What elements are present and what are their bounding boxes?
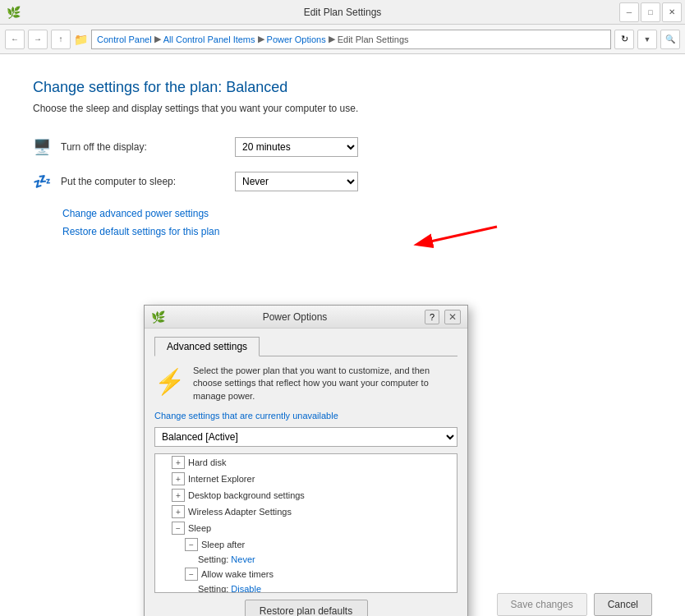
- path-all-items[interactable]: All Control Panel Items: [163, 34, 255, 44]
- address-path: Control Panel ▶ All Control Panel Items …: [91, 30, 611, 49]
- address-bar: ← → ↑ 📁 Control Panel ▶ All Control Pane…: [0, 25, 685, 54]
- more-button[interactable]: ▼: [637, 30, 657, 49]
- path-current: Edit Plan Settings: [338, 34, 409, 44]
- main-content: Change settings for the plan: Balanced C…: [0, 54, 685, 616]
- page-title: Change settings for the plan: Balanced: [33, 79, 652, 96]
- expand-ie[interactable]: +: [172, 472, 185, 485]
- sleep-select[interactable]: Never 1 minute 30 minutes: [235, 172, 358, 191]
- sep1: ▶: [154, 34, 161, 44]
- dialog-desc-icon: ⚡: [154, 365, 185, 399]
- path-control-panel[interactable]: Control Panel: [97, 34, 152, 44]
- forward-button[interactable]: →: [28, 30, 48, 49]
- save-changes-button[interactable]: Save changes: [497, 593, 587, 616]
- dialog-change-link[interactable]: Change settings that are currently unava…: [154, 411, 457, 421]
- path-power-options[interactable]: Power Options: [267, 34, 326, 44]
- maximize-button[interactable]: □: [641, 2, 660, 22]
- minimize-button[interactable]: ─: [619, 2, 639, 22]
- tree-label-wireless: Wireless Adapter Settings: [188, 507, 292, 517]
- tree-label-wake-timers: Allow wake timers: [201, 569, 274, 579]
- tree-item-harddisk[interactable]: + Hard disk: [155, 454, 457, 471]
- expand-wireless[interactable]: +: [172, 505, 185, 518]
- tree-label-desktop: Desktop background settings: [188, 490, 305, 500]
- page-subtitle: Choose the sleep and display settings th…: [33, 103, 652, 114]
- search-button[interactable]: 🔍: [660, 30, 680, 49]
- sleep-label: Put the computer to sleep:: [61, 176, 225, 187]
- dialog-description: ⚡ Select the power plan that you want to…: [154, 365, 457, 402]
- tree-label-harddisk: Hard disk: [188, 457, 226, 467]
- bottom-buttons: Save changes Cancel: [497, 593, 652, 616]
- dialog-body: Advanced settings ⚡ Select the power pla…: [145, 329, 467, 616]
- restore-plan-defaults-button[interactable]: Restore plan defaults: [245, 600, 368, 616]
- cancel-button[interactable]: Cancel: [594, 593, 652, 616]
- sleep-setting-value: Never: [231, 554, 255, 564]
- expand-wake-timers[interactable]: −: [185, 568, 198, 581]
- dialog-close-button[interactable]: ✕: [444, 310, 461, 324]
- wake-setting-value: Disable: [231, 584, 261, 593]
- tree-label-sleep-setting: Setting: Never: [198, 554, 255, 564]
- dialog-titlebar: 🌿 Power Options ? ✕: [145, 306, 467, 329]
- tree-label-sleep-after: Sleep after: [201, 540, 245, 549]
- tree-item-sleep[interactable]: − Sleep: [155, 520, 457, 536]
- power-options-dialog: 🌿 Power Options ? ✕ Advanced settings ⚡ …: [144, 305, 468, 616]
- refresh-button[interactable]: ↻: [614, 30, 634, 49]
- window-title: Edit Plan Settings: [304, 7, 382, 18]
- tab-strip: Advanced settings: [154, 337, 457, 356]
- dialog-plan-select[interactable]: Balanced [Active] Power saver High perfo…: [154, 427, 457, 447]
- folder-icon: 📁: [74, 33, 88, 46]
- tree-item-wake-setting[interactable]: Setting: Disable: [155, 582, 457, 593]
- sleep-icon: 💤: [33, 172, 51, 191]
- dialog-title: Power Options: [170, 311, 420, 323]
- close-button[interactable]: ✕: [662, 2, 682, 22]
- expand-desktop[interactable]: +: [172, 489, 185, 502]
- tree-item-desktop[interactable]: + Desktop background settings: [155, 487, 457, 503]
- expand-sleep-after[interactable]: −: [185, 538, 198, 551]
- sep3: ▶: [329, 34, 335, 44]
- tree-item-wake-timers[interactable]: − Allow wake timers: [155, 566, 457, 582]
- title-bar: 🌿 Edit Plan Settings ─ □ ✕: [0, 0, 685, 25]
- display-label: Turn off the display:: [61, 141, 225, 153]
- dialog-icon: 🌿: [151, 310, 165, 324]
- tree-item-wireless[interactable]: + Wireless Adapter Settings: [155, 503, 457, 520]
- display-icon: 🖥️: [33, 138, 51, 156]
- expand-sleep[interactable]: −: [172, 522, 185, 535]
- sleep-setting-row: 💤 Put the computer to sleep: Never 1 min…: [33, 172, 652, 191]
- display-select[interactable]: 20 minutes Never 1 minute: [235, 137, 358, 157]
- tree-label-wake-setting: Setting: Disable: [198, 584, 261, 593]
- links-section: Change advanced power settings Restore d…: [62, 208, 652, 237]
- tree-container[interactable]: + Hard disk + Internet Explorer + Deskto…: [154, 453, 457, 593]
- tree-item-ie[interactable]: + Internet Explorer: [155, 471, 457, 487]
- dialog-desc-text: Select the power plan that you want to c…: [193, 365, 457, 402]
- tab-advanced-settings[interactable]: Advanced settings: [154, 337, 260, 356]
- up-button[interactable]: ↑: [51, 30, 71, 49]
- display-setting-row: 🖥️ Turn off the display: 20 minutes Neve…: [33, 137, 652, 157]
- tree-item-sleep-setting[interactable]: Setting: Never: [155, 553, 457, 566]
- dialog-help-button[interactable]: ?: [425, 310, 439, 324]
- tree-label-ie: Internet Explorer: [188, 474, 255, 484]
- sep2: ▶: [258, 34, 264, 44]
- advanced-settings-link[interactable]: Change advanced power settings: [62, 208, 652, 219]
- app-icon: 🌿: [7, 6, 21, 19]
- tree-item-sleep-after[interactable]: − Sleep after: [155, 536, 457, 553]
- expand-harddisk[interactable]: +: [172, 456, 185, 469]
- tree-label-sleep: Sleep: [188, 523, 211, 533]
- restore-btn-row: Restore plan defaults: [154, 600, 457, 616]
- back-button[interactable]: ←: [5, 30, 25, 49]
- restore-defaults-link[interactable]: Restore default settings for this plan: [62, 226, 652, 237]
